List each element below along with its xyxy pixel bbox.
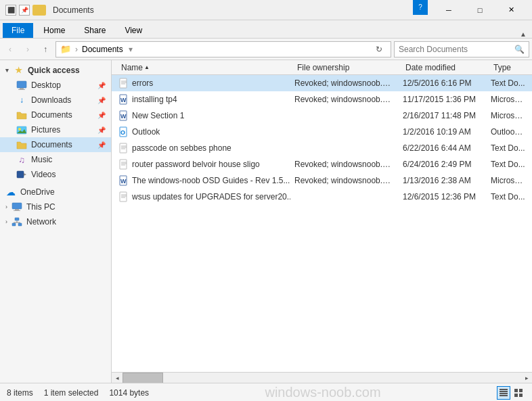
col-date-label: Date modified [405, 63, 456, 72]
close-button[interactable]: ✕ [495, 0, 527, 20]
sidebar-network-label: Network [26, 217, 56, 227]
table-row[interactable]: passcode on sebbes phone 6/22/2016 6:44 … [112, 140, 532, 156]
file-type-cell: Microso... [487, 111, 529, 120]
sidebar-documents2-label: Documents [31, 140, 72, 149]
sidebar-quick-access[interactable]: ▾ ★ Quick access [0, 63, 111, 78]
sidebar-item-onedrive[interactable]: ☁ OneDrive [0, 185, 111, 199]
refresh-button[interactable]: ↻ [372, 42, 386, 57]
sidebar-item-pictures[interactable]: Pictures 📌 [0, 122, 111, 137]
svg-rect-28 [120, 143, 127, 153]
file-date-cell: 1/2/2016 10:19 AM [399, 127, 487, 137]
onedrive-icon: ☁ [5, 187, 16, 197]
sidebar-item-documents2[interactable]: Documents 📌 [0, 137, 111, 152]
table-row[interactable]: W installing tp4 Revoked; windowsnoob.co… [112, 91, 532, 108]
search-box[interactable]: 🔍 [394, 41, 529, 57]
sidebar-onedrive-label: OneDrive [20, 187, 55, 197]
address-bar-content: 📁 › Documents ▾ [60, 44, 372, 54]
tab-view[interactable]: View [116, 23, 151, 38]
downloads-pin-icon: 📌 [97, 97, 106, 104]
horizontal-scrollbar[interactable]: ◂ ▸ [112, 372, 532, 383]
col-ownership-label: File ownership [297, 63, 349, 72]
title-text: Documents [53, 5, 94, 15]
quick-access-icon[interactable]: ⬛ [5, 5, 16, 16]
details-view-btn[interactable] [497, 386, 510, 400]
table-row[interactable]: errors Revoked; windowsnoob.com 12/5/201… [112, 75, 532, 91]
scroll-left-btn[interactable]: ◂ [112, 373, 123, 383]
sidebar-item-downloads[interactable]: ↓ Downloads 📌 [0, 93, 111, 108]
col-header-type[interactable]: Type [489, 63, 529, 72]
col-type-label: Type [493, 63, 511, 72]
file-name-text: errors [132, 78, 153, 88]
svg-rect-18 [120, 78, 127, 88]
table-row[interactable]: wsus updates for UPGRADES for server20..… [112, 189, 532, 205]
folder-title-icon [32, 5, 46, 16]
tab-file[interactable]: File [3, 23, 33, 38]
file-name-text: The windows-noob OSD Guides - Rev 1.5... [132, 176, 290, 185]
table-row[interactable]: O Outlook 1/2/2016 10:19 AM Outlook... [112, 124, 532, 140]
file-ownership-cell: Revoked; windowsnoob.com [290, 176, 399, 185]
table-row[interactable]: W The windows-noob OSD Guides - Rev 1.5.… [112, 172, 532, 189]
sidebar-thispc-label: This PC [26, 202, 56, 212]
file-area: Name ▲ File ownership Date modified Type… [112, 60, 532, 383]
file-type-cell: Microso... [487, 95, 529, 104]
address-separator: › [75, 45, 78, 54]
search-input[interactable] [399, 45, 514, 54]
scroll-track[interactable] [123, 373, 521, 383]
sidebar-item-desktop[interactable]: Desktop 📌 [0, 78, 111, 93]
pin-icon[interactable]: 📌 [19, 5, 30, 16]
file-type-icon [118, 159, 129, 170]
sidebar-pictures-label: Pictures [31, 125, 60, 135]
sidebar-quick-access-label: Quick access [28, 66, 80, 75]
file-name-text: New Section 1 [132, 111, 184, 120]
file-date-cell: 12/6/2015 12:36 PM [399, 192, 487, 202]
sidebar-item-videos[interactable]: Videos [0, 167, 111, 182]
file-name-cell: W New Section 1 [114, 110, 290, 121]
up-button[interactable]: ↑ [38, 42, 53, 57]
svg-rect-1 [20, 88, 24, 89]
file-date-cell: 12/5/2016 6:16 PM [399, 78, 487, 88]
table-row[interactable]: W New Section 1 2/16/2017 11:48 PM Micro… [112, 108, 532, 124]
table-row[interactable]: router password belvoir house sligo Revo… [112, 156, 532, 172]
svg-rect-42 [500, 389, 508, 390]
sidebar-item-thispc[interactable]: › This PC [0, 199, 111, 214]
svg-rect-0 [17, 81, 26, 88]
scroll-thumb[interactable] [123, 373, 163, 383]
file-type-cell: Text Do... [487, 78, 529, 88]
file-type-cell: Text Do... [487, 143, 529, 153]
forward-button[interactable]: › [20, 42, 35, 57]
file-name-cell: W installing tp4 [114, 94, 290, 105]
col-header-name[interactable]: Name ▲ [117, 63, 293, 72]
svg-rect-2 [18, 89, 25, 90]
sidebar-music-label: Music [31, 155, 52, 164]
selected-count: 1 item selected [44, 388, 99, 398]
watermark: windows-noob.com [160, 385, 486, 400]
file-date-cell: 2/16/2017 11:48 PM [399, 111, 487, 120]
documents-pin-icon: 📌 [97, 112, 106, 119]
sidebar-item-documents[interactable]: Documents 📌 [0, 108, 111, 122]
file-date-cell: 6/24/2016 2:49 PM [399, 160, 487, 169]
back-button[interactable]: ‹ [3, 42, 18, 57]
file-type-icon [118, 191, 129, 202]
svg-point-4 [18, 128, 21, 131]
file-name-text: passcode on sebbes phone [132, 143, 231, 153]
file-name-cell: wsus updates for UPGRADES for server20..… [114, 191, 290, 202]
sidebar-item-music[interactable]: ♫ Music [0, 152, 111, 167]
col-header-date[interactable]: Date modified [401, 63, 489, 72]
maximize-button[interactable]: □ [464, 0, 495, 20]
svg-rect-38 [120, 192, 127, 202]
scroll-right-btn[interactable]: ▸ [521, 373, 532, 383]
ribbon-collapse-btn[interactable]: ▲ [520, 30, 527, 38]
file-type-cell: Microso... [487, 176, 529, 185]
minimize-button[interactable]: ─ [433, 0, 464, 20]
tab-share[interactable]: Share [75, 23, 114, 38]
tab-home[interactable]: Home [35, 23, 74, 38]
sidebar-item-network[interactable]: › Network [0, 214, 111, 229]
tiles-view-btn[interactable] [512, 386, 525, 400]
address-bar[interactable]: 📁 › Documents ▾ ↻ [56, 41, 391, 57]
help-button[interactable]: ? [413, 0, 428, 15]
sidebar: ▾ ★ Quick access Desktop 📌 ↓ Downloads 📌… [0, 60, 112, 383]
col-header-ownership[interactable]: File ownership [293, 63, 401, 72]
svg-rect-11 [15, 218, 19, 220]
file-type-cell: Text Do... [487, 192, 529, 202]
file-name-cell: errors [114, 78, 290, 89]
